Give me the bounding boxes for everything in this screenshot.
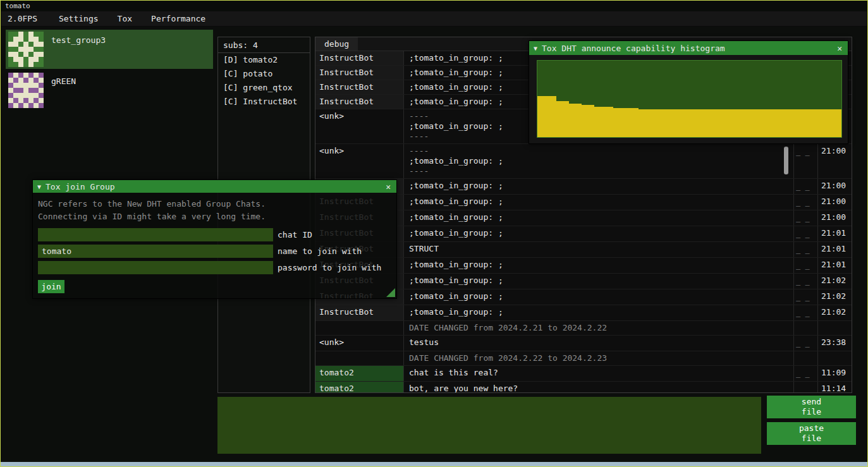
histogram-bar — [759, 109, 766, 137]
message-time: 21:01 — [817, 258, 852, 273]
histogram-plot — [537, 60, 842, 138]
histogram-bar — [740, 109, 747, 137]
message-status: _ _ — [793, 305, 817, 320]
close-icon[interactable]: ✕ — [836, 44, 843, 53]
message-status: _ _ — [793, 258, 817, 273]
histogram-bar — [556, 101, 563, 137]
menu-item-performance[interactable]: Performance — [144, 12, 213, 25]
message-status: _ _ — [793, 144, 817, 178]
message-text: ;tomato_in_group: ; — [404, 226, 793, 241]
paste-file-button[interactable]: paste file — [767, 422, 856, 445]
contact-item-gREEN[interactable]: gREEN — [6, 71, 213, 110]
subs-list-item[interactable]: [D] tomato2 — [218, 53, 310, 67]
message-status: _ _ — [793, 274, 817, 289]
chat-message-row[interactable]: tomato2bot, are you new here?_ _11:14 — [315, 382, 852, 392]
message-time: 21:00 — [817, 210, 852, 226]
join-window-titlebar[interactable]: ▼ Tox join Group ✕ — [33, 180, 396, 193]
resize-grip[interactable] — [386, 288, 395, 297]
histogram-bar — [582, 105, 588, 137]
message-text: ;tomato_in_group: ; — [404, 210, 793, 226]
join-fields: chat IDname to join withpassword to join… — [38, 228, 391, 274]
histogram-bar — [594, 107, 601, 137]
join-input-chat-ID[interactable] — [38, 228, 273, 241]
subs-title: subs: 4 — [218, 37, 310, 53]
histogram-bar — [727, 109, 733, 137]
join-input-password-to-join-with[interactable] — [38, 261, 273, 274]
join-input-name-to-join-with[interactable] — [38, 245, 273, 258]
sender-name — [315, 351, 404, 365]
sender-name: <unk> — [315, 109, 404, 143]
histogram-bar — [537, 96, 544, 137]
join-button[interactable]: join — [38, 280, 64, 293]
date-separator-row: DATE CHANGED from 2024.2.21 to 2024.2.22 — [315, 321, 852, 336]
histogram-bar — [708, 109, 714, 137]
histogram-bar — [689, 109, 695, 137]
menu-item-tox[interactable]: Tox — [110, 12, 140, 25]
menu-items: SettingsToxPerformance — [51, 12, 217, 25]
join-field-row: name to join with — [38, 245, 391, 258]
message-time: 21:02 — [817, 274, 852, 289]
join-field-label: password to join with — [278, 261, 381, 274]
histogram-bar — [626, 108, 632, 137]
message-text: chat is this real? — [404, 366, 793, 381]
message-time: 21:01 — [817, 226, 852, 241]
histogram-bar — [664, 109, 670, 137]
message-status: _ _ — [793, 336, 817, 351]
sender-name: InstructBot — [315, 80, 404, 94]
bottom-resize-edge[interactable] — [1, 462, 867, 466]
message-text: DATE CHANGED from 2024.2.21 to 2024.2.22 — [404, 321, 793, 335]
histogram-bar — [563, 101, 569, 137]
group-avatar — [8, 32, 44, 67]
histogram-bar — [822, 109, 829, 137]
histogram-bar — [620, 108, 626, 137]
message-text: DATE CHANGED from 2024.2.22 to 2024.2.23 — [404, 351, 793, 365]
histogram-window-body — [529, 55, 848, 143]
contact-item-test_group3[interactable]: test_group3 — [6, 30, 213, 69]
message-status: _ _ — [793, 242, 817, 257]
subs-list-item[interactable]: [C] potato — [218, 67, 310, 81]
histogram-bar — [791, 109, 797, 137]
message-text: ;tomato_in_group: ; — [404, 179, 793, 194]
subs-list-item[interactable]: [C] InstructBot — [218, 95, 310, 109]
message-time: 21:00 — [817, 144, 852, 178]
histogram-bar — [651, 109, 657, 137]
histogram-window-title: Tox DHT announce capability histogram — [542, 44, 831, 53]
close-icon[interactable]: ✕ — [384, 182, 392, 191]
message-text: ----;tomato_in_group: ;---- — [404, 144, 793, 178]
tab-debug[interactable]: debug — [315, 37, 358, 51]
message-text: bot, are you new here? — [404, 382, 793, 392]
histogram-bar — [550, 96, 556, 137]
send-file-button[interactable]: send file — [767, 396, 856, 418]
menu-item-settings[interactable]: Settings — [51, 12, 106, 25]
chat-scrollbar[interactable] — [784, 147, 788, 174]
message-input[interactable] — [217, 397, 761, 454]
histogram-bar — [778, 109, 785, 137]
chat-message-row[interactable]: tomato2chat is this real?_ _11:09 — [315, 366, 852, 382]
histogram-bar — [747, 109, 753, 137]
message-time: 11:14 — [817, 382, 852, 392]
collapse-arrow-icon[interactable]: ▼ — [534, 45, 537, 52]
subs-list-item[interactable]: [C] green_qtox — [218, 81, 310, 95]
message-time: 11:09 — [817, 366, 852, 381]
chat-message-row[interactable]: <unk>testus_ _23:38 — [315, 336, 852, 351]
message-status: _ _ — [793, 179, 817, 194]
collapse-arrow-icon[interactable]: ▼ — [37, 183, 41, 190]
message-text: STRUCT — [404, 242, 793, 257]
date-separator-row: DATE CHANGED from 2024.2.22 to 2024.2.23 — [315, 351, 852, 366]
message-text: ;tomato_in_group: ; — [404, 289, 793, 305]
chat-message-row[interactable]: <unk>----;tomato_in_group: ;----_ _21:00 — [315, 144, 852, 179]
message-status: _ _ — [793, 289, 817, 305]
histogram-bar — [829, 109, 835, 137]
chat-message-row[interactable]: InstructBot;tomato_in_group: ;_ _21:02 — [315, 305, 852, 321]
sender-name: InstructBot — [315, 305, 404, 320]
sender-name: InstructBot — [315, 51, 404, 65]
histogram-window-titlebar[interactable]: ▼ Tox DHT announce capability histogram … — [529, 41, 848, 55]
histogram-bar — [588, 105, 594, 137]
histogram-bar — [575, 104, 582, 137]
join-field-row: password to join with — [38, 261, 391, 274]
message-time — [817, 351, 852, 365]
histogram-bar — [766, 109, 772, 137]
message-time: 21:02 — [817, 305, 852, 320]
window-titlebar[interactable]: tomato — [1, 1, 867, 11]
contact-list: test_group3gREEN — [6, 30, 213, 112]
